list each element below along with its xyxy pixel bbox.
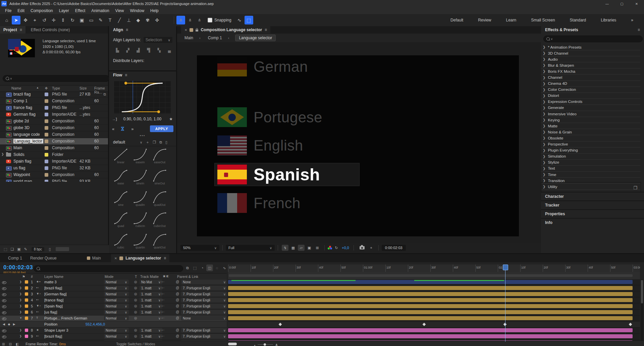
effects-category[interactable]: ❯ Noise & Grain (541, 129, 640, 135)
matte-pickwhip-icon[interactable]: ◎ (134, 334, 137, 338)
breadcrumb-main[interactable]: Main (184, 36, 193, 40)
chevron-right-icon[interactable]: ❯ (543, 161, 545, 164)
mask-visibility-icon[interactable]: ▱ (298, 245, 305, 251)
minimize-button[interactable]: — (600, 0, 614, 7)
type-tool-icon[interactable]: T (106, 16, 114, 24)
panel-menu-icon[interactable]: ≡ (164, 256, 166, 261)
workspace-tab[interactable]: Review (471, 18, 498, 22)
label-color-chip[interactable] (45, 106, 48, 110)
layer-row[interactable]: ❯ 8 ★ Shape Layer 3 Normal∨ ◎ 1. matt∨ ▪… (0, 328, 227, 334)
visibility-eye-icon[interactable] (2, 336, 6, 338)
tab-composition[interactable]: ✕ Composition Language selector ≡ (181, 26, 270, 34)
matte-pickwhip-icon[interactable]: ◎ (134, 298, 137, 302)
easing-preset[interactable]: ease (111, 169, 130, 190)
blend-mode-dropdown[interactable]: Normal∨ (104, 298, 129, 302)
exposure-reset-icon[interactable]: ↻ (333, 245, 340, 251)
parent-pickwhip-icon[interactable]: @ (176, 292, 179, 296)
timeline-vertical-scrollbar[interactable] (641, 279, 643, 342)
playhead[interactable] (505, 265, 505, 342)
tab-project[interactable]: Project ≡ (0, 26, 25, 34)
snap-grid-icon[interactable]: ⬚ (245, 16, 253, 24)
eraser-tool-icon[interactable]: ◆ (134, 16, 143, 24)
align-bottom-icon[interactable]: ▄ (165, 47, 174, 54)
twirl-icon[interactable]: ❯ (19, 280, 22, 283)
draft-3d-icon[interactable]: ⬚ (192, 265, 198, 271)
world-axis-mode-icon[interactable]: ⋔ (186, 16, 195, 24)
layer-row[interactable]: ❯ 4 ▪▫ [france flag] Normal∨ ◎ 1. matt∨ … (0, 297, 227, 303)
matte-toggle-icons[interactable]: ▪▫ (162, 329, 165, 332)
visibility-eye-icon[interactable] (2, 318, 6, 320)
panel-overflow-dots[interactable]: ••• (109, 134, 176, 137)
transparency-grid-icon[interactable]: ▦ (290, 245, 297, 251)
effects-category[interactable]: ❯ Keying (541, 117, 640, 123)
effects-category[interactable]: ❯ Generate (541, 105, 640, 111)
tab-effect-controls[interactable]: Effect Controls (none) (25, 27, 75, 32)
delete-preset-icon[interactable]: ▯ (165, 140, 167, 145)
language-option[interactable]: French (215, 192, 359, 214)
label-color-chip[interactable] (45, 133, 48, 136)
new-animation-preset-icon[interactable]: ❐ (633, 185, 637, 190)
visibility-eye-icon[interactable] (2, 330, 6, 332)
local-axis-mode-icon[interactable]: ⋔ (176, 16, 185, 24)
track-matte-dropdown[interactable]: 1. matt∨ (140, 298, 162, 302)
effects-panel-header[interactable]: Effects & Presets ≡ (541, 26, 644, 34)
chevron-right-icon[interactable]: ❯ (543, 82, 545, 85)
col-switches-icons[interactable]: ▣ ◧ (163, 275, 169, 278)
close-button[interactable]: ✕ (629, 0, 644, 7)
brush-tool-icon[interactable]: ╱ (115, 16, 124, 24)
visibility-eye-icon[interactable] (2, 305, 6, 308)
table-row[interactable]: Comp 1 Composition 60 (0, 98, 108, 105)
pen-tool-icon[interactable]: ✎ (96, 16, 105, 24)
table-row[interactable]: france flag PNG file ...ytes (0, 105, 108, 111)
resolution-dropdown[interactable]: Full∨ (226, 245, 275, 251)
label-color-chip[interactable] (45, 113, 48, 116)
chevron-right-icon[interactable]: ❯ (543, 63, 545, 67)
menu-item[interactable]: Effect (72, 8, 88, 13)
easing-preset[interactable]: sineIn (130, 169, 150, 190)
label-color-chip[interactable] (45, 166, 48, 170)
chevron-right-icon[interactable]: ❯ (543, 76, 545, 79)
layer-row[interactable]: ❯ 9 ▪▫ [brazil flag] Normal∨ ◎ 1. matt∨ … (0, 334, 227, 340)
breadcrumb-comp1[interactable]: Comp 1 (208, 36, 222, 40)
effects-category[interactable]: ❯ Plugin Everything (541, 148, 640, 154)
menu-item[interactable]: View (112, 8, 127, 13)
label-color-chip[interactable] (25, 286, 28, 290)
effects-category[interactable]: ❯ Time (541, 172, 640, 178)
language-option[interactable]: Portugese (215, 106, 359, 128)
scrollbar-thumb[interactable] (641, 280, 643, 303)
matte-toggle-icons[interactable]: ▪▫ (162, 286, 165, 289)
chevron-right-icon[interactable]: ❯ (543, 149, 545, 152)
track-matte-dropdown[interactable]: 1. matt∨ (140, 304, 162, 308)
chevron-right-icon[interactable]: ❯ (543, 57, 545, 61)
keyframe-icon[interactable] (279, 323, 282, 326)
label-color-chip[interactable] (45, 173, 48, 177)
table-row[interactable]: globe 2d Composition 60 (0, 118, 108, 125)
fast-preview-icon[interactable]: ↯ (282, 245, 288, 251)
track-matte-dropdown[interactable]: No Mat∨ (140, 280, 162, 284)
composition-frame[interactable]: Portugese English Spanish French German (197, 55, 519, 236)
menu-item[interactable]: Edit (14, 8, 28, 13)
effects-category[interactable]: ❯ 3D Channel (541, 50, 640, 56)
blend-mode-dropdown[interactable]: Normal∨ (104, 286, 129, 290)
table-row[interactable]: Waypoint Composition 60 (0, 172, 108, 178)
timeline-column-headers[interactable]: ⚑ # Layer Name Mode T Track Matte ▣ ◧ Pa… (0, 273, 227, 280)
close-tab-icon[interactable]: ✕ (184, 28, 187, 32)
label-color-chip[interactable] (25, 298, 28, 302)
track-matte-dropdown[interactable]: 1. matt∨ (140, 310, 162, 314)
timeline-horizontal-scrollbar[interactable] (228, 343, 237, 345)
puppet-pin-tool-icon[interactable]: ✜ (153, 16, 161, 24)
menu-item[interactable]: Help (147, 8, 162, 13)
more-workspaces-button[interactable]: » (624, 18, 641, 22)
twirl-icon[interactable]: ❯ (19, 310, 22, 313)
visibility-eye-icon[interactable] (2, 293, 6, 296)
align-target-dropdown[interactable]: Selection∨ (144, 37, 172, 43)
snap-bezier-icon[interactable]: ∿ (235, 16, 244, 24)
easing-preset[interactable]: quad (111, 212, 130, 232)
label-color-chip[interactable] (25, 292, 28, 296)
easing-preset[interactable]: linear (111, 148, 130, 169)
align-panel-header[interactable]: Align ≡ (109, 26, 176, 34)
col-layer-name[interactable]: Layer Name (44, 275, 63, 279)
show-snapshot-icon[interactable]: ⌖ (368, 245, 375, 251)
blend-mode-dropdown[interactable]: Normal∨ (104, 292, 129, 296)
effects-category[interactable]: ❯ Text (541, 166, 640, 172)
